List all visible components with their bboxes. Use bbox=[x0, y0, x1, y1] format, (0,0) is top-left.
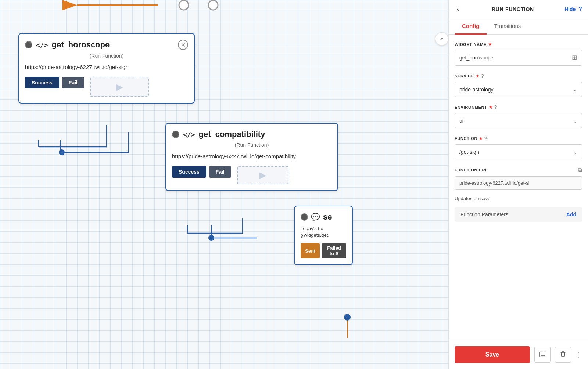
function-params-section[interactable]: Function Parameters Add bbox=[455, 207, 582, 222]
service-chevron-icon: ⌄ bbox=[573, 86, 577, 93]
widget-name-label: WIDGET NAME ★ bbox=[455, 42, 582, 47]
widget-title-horoscope: get_horoscope bbox=[52, 40, 174, 50]
widget-name-icon: ⊞ bbox=[572, 54, 577, 62]
tab-config[interactable]: Config bbox=[455, 18, 487, 35]
delete-btn[interactable] bbox=[555, 347, 571, 363]
required-marker-name: ★ bbox=[488, 42, 492, 47]
svg-point-3 bbox=[208, 0, 218, 10]
panel-hide-btn[interactable]: Hide bbox=[564, 6, 576, 12]
required-marker-service: ★ bbox=[476, 74, 480, 79]
environment-chevron-icon: ⌄ bbox=[573, 117, 577, 124]
widget-compatibility: </> get_compatibility (Run Function) htt… bbox=[165, 123, 338, 191]
ghost-arrow-icon-2: ▶ bbox=[259, 170, 266, 180]
widget-url-compatibility: https://pride-astrology-6227.twil.io/get… bbox=[172, 152, 331, 160]
widget-title-compatibility: get_compatibility bbox=[199, 130, 331, 139]
svg-rect-20 bbox=[541, 351, 545, 356]
more-options-btn[interactable]: ⋮ bbox=[576, 351, 582, 359]
ghost-arrow-icon: ▶ bbox=[116, 82, 123, 92]
svg-point-16 bbox=[208, 235, 214, 241]
canvas: </> get_horoscope ✕ (Run Function) https… bbox=[0, 0, 448, 369]
compatibility-success-btn[interactable]: Success bbox=[172, 166, 206, 178]
function-help-icon[interactable]: ? bbox=[484, 135, 488, 141]
delete-icon bbox=[560, 351, 566, 357]
svg-point-18 bbox=[344, 314, 351, 321]
field-group-service: SERVICE ★ ? pride-astrology ⌄ bbox=[455, 73, 582, 97]
panel-help-btn[interactable]: ? bbox=[578, 6, 582, 12]
field-group-function-url: FUNCTION URL ⧉ pride-astrology-6227.twil… bbox=[455, 167, 582, 190]
widget-send-title: se bbox=[323, 212, 332, 222]
service-value: pride-astrology bbox=[459, 87, 494, 93]
svg-point-10 bbox=[59, 149, 65, 155]
function-url-value: pride-astrology-6227.twil.io/get-si bbox=[455, 176, 582, 190]
service-label: SERVICE ★ ? bbox=[455, 73, 582, 79]
widget-send: 💬 se Today's ho {{widgets.get. Sent Fail… bbox=[294, 206, 353, 265]
environment-select[interactable]: ui ⌄ bbox=[455, 113, 582, 128]
widget-horoscope: </> get_horoscope ✕ (Run Function) https… bbox=[18, 33, 195, 104]
widget-name-input[interactable]: get_horoscope ⊞ bbox=[455, 50, 582, 66]
panel-footer: Save ⋮ bbox=[449, 340, 588, 369]
function-params-label: Function Parameters bbox=[460, 211, 508, 217]
field-group-environment: ENVIRONMENT ★ ? ui ⌄ bbox=[455, 104, 582, 128]
panel-content: WIDGET NAME ★ get_horoscope ⊞ SERVICE ★ … bbox=[449, 35, 588, 340]
duplicate-btn[interactable] bbox=[534, 347, 551, 363]
widget-subtitle-compatibility: (Run Function) bbox=[172, 142, 331, 148]
service-help-icon[interactable]: ? bbox=[481, 73, 484, 79]
compatibility-fail-btn[interactable]: Fail bbox=[209, 166, 231, 178]
right-panel: ‹ RUN FUNCTION Hide ? Config Transitions… bbox=[448, 0, 588, 369]
updates-on-save: Updates on save bbox=[455, 196, 582, 201]
compatibility-ghost-connector: ▶ bbox=[237, 166, 288, 184]
widget-url-horoscope: https://pride-astrology-6227.twil.io/get… bbox=[25, 63, 188, 71]
function-params-add-btn[interactable]: Add bbox=[566, 211, 576, 217]
chat-icon: 💬 bbox=[311, 213, 320, 221]
widget-name-value: get_horoscope bbox=[459, 55, 494, 61]
send-failed-btn[interactable]: Failed to S bbox=[322, 243, 346, 258]
service-select[interactable]: pride-astrology ⌄ bbox=[455, 82, 582, 97]
widget-dot-horoscope bbox=[25, 41, 32, 48]
widget-code-icon-compatibility: </> bbox=[183, 131, 195, 138]
save-btn[interactable]: Save bbox=[455, 346, 530, 363]
panel-header: ‹ RUN FUNCTION Hide ? bbox=[449, 0, 588, 18]
send-sent-btn[interactable]: Sent bbox=[301, 243, 320, 258]
field-group-widget-name: WIDGET NAME ★ get_horoscope ⊞ bbox=[455, 42, 582, 66]
required-marker-function: ★ bbox=[479, 136, 483, 141]
function-select[interactable]: /get-sign ⌄ bbox=[455, 144, 582, 159]
widget-code-icon-horoscope: </> bbox=[36, 41, 48, 49]
copy-icon[interactable]: ⧉ bbox=[578, 167, 582, 173]
environment-help-icon[interactable]: ? bbox=[494, 104, 497, 110]
function-url-label: FUNCTION URL ⧉ bbox=[455, 167, 582, 173]
duplicate-icon bbox=[539, 351, 546, 357]
widget-dot-send bbox=[301, 213, 308, 221]
widget-send-content: Today's ho {{widgets.get. bbox=[301, 225, 346, 239]
function-chevron-icon: ⌄ bbox=[573, 148, 577, 155]
widget-dot-compatibility bbox=[172, 131, 179, 138]
environment-label: ENVIRONMENT ★ ? bbox=[455, 104, 582, 110]
function-label: FUNCTION ★ ? bbox=[455, 135, 582, 141]
field-group-function: FUNCTION ★ ? /get-sign ⌄ bbox=[455, 135, 582, 159]
tab-transitions[interactable]: Transitions bbox=[487, 18, 528, 35]
panel-title: RUN FUNCTION bbox=[464, 6, 562, 12]
function-value: /get-sign bbox=[459, 149, 479, 155]
panel-tabs: Config Transitions bbox=[449, 18, 588, 35]
horoscope-ghost-connector: ▶ bbox=[90, 77, 149, 97]
collapse-panel-btn[interactable]: « bbox=[435, 32, 448, 46]
horoscope-success-btn[interactable]: Success bbox=[25, 77, 59, 88]
panel-back-btn[interactable]: ‹ bbox=[455, 4, 461, 14]
widget-subtitle-horoscope: (Run Function) bbox=[25, 53, 188, 59]
svg-point-2 bbox=[179, 0, 189, 10]
environment-value: ui bbox=[459, 118, 463, 124]
horoscope-fail-btn[interactable]: Fail bbox=[62, 77, 84, 88]
required-marker-environment: ★ bbox=[489, 105, 493, 110]
widget-close-horoscope[interactable]: ✕ bbox=[178, 40, 188, 50]
